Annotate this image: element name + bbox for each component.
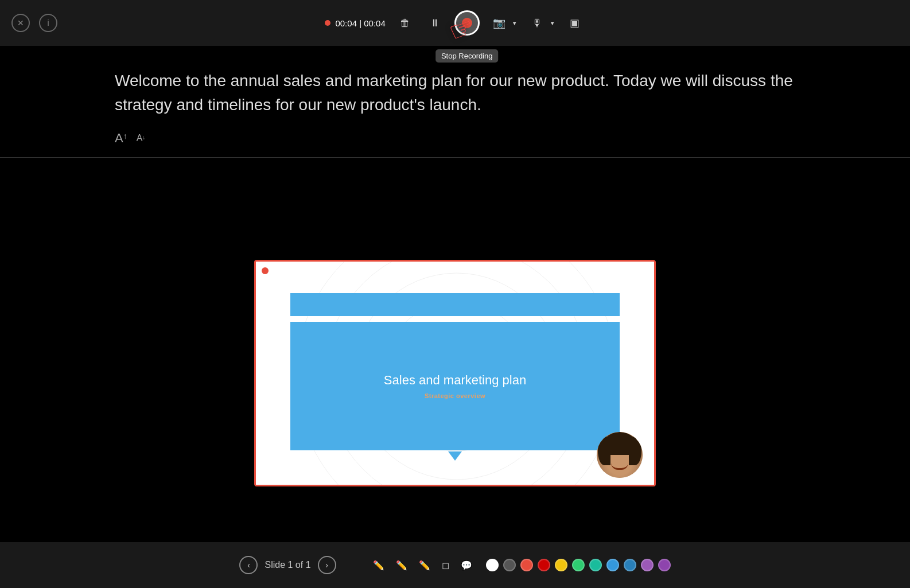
slide-area: Sales and marketing plan Strategic overv… <box>0 158 910 588</box>
slide-avatar <box>597 432 643 478</box>
mic-button[interactable]: 🎙 <box>527 13 547 33</box>
color-purple[interactable] <box>641 559 654 571</box>
mic-chevron: ▼ <box>550 20 555 26</box>
pen2-tool-button[interactable]: ✏️ <box>394 558 410 573</box>
color-white[interactable] <box>486 559 499 571</box>
recording-indicator: 00:04 | 00:04 <box>325 18 385 28</box>
bottom-bar: ‹ Slide 1 of 1 › ✏️ ✏️ ✏️ ◻ 💬 <box>0 542 910 588</box>
pen-tool-button[interactable]: ✏️ <box>371 558 387 573</box>
speech-bubble-icon: 💬 <box>461 560 472 570</box>
camera-group: 📷 ▼ <box>489 13 518 33</box>
toolbar-left: ✕ i <box>11 14 57 32</box>
display-icon: ▣ <box>570 17 580 29</box>
font-increase-icon: A <box>115 131 123 146</box>
info-icon: i <box>47 18 49 28</box>
next-slide-button[interactable]: › <box>318 556 336 574</box>
prev-arrow-icon: ‹ <box>247 560 250 570</box>
slide-subtitle: Strategic overview <box>425 392 485 399</box>
avatar-hair-right <box>629 437 641 465</box>
mic-icon: 🎙 <box>532 17 542 29</box>
rec-dot <box>325 20 330 26</box>
eraser-tool-button[interactable]: ◻ <box>440 558 452 573</box>
record-btn-wrapper: Stop Recording <box>454 10 480 36</box>
timer-display: 00:04 | 00:04 <box>335 18 385 28</box>
slide-main-box: Sales and marketing plan Strategic overv… <box>290 322 620 450</box>
font-controls: A ↑ A ↓ <box>115 131 841 146</box>
camera-button[interactable]: 📷 <box>489 13 510 33</box>
toolbar: ✕ i 00:04 | 00:04 🗑 ⏸ Stop Recording 📷 <box>0 0 910 46</box>
color-dark-gray[interactable] <box>503 559 516 571</box>
avatar-smile <box>611 463 628 470</box>
drawing-tools: ✏️ ✏️ ✏️ ◻ 💬 <box>371 558 671 573</box>
mic-group: 🎙 ▼ <box>527 13 555 33</box>
color-red[interactable] <box>538 559 550 571</box>
record-btn-inner <box>462 18 472 28</box>
color-blue-dark[interactable] <box>624 559 636 571</box>
prev-slide-button[interactable]: ‹ <box>239 556 258 574</box>
slide-background: Sales and marketing plan Strategic overv… <box>256 262 654 485</box>
eraser-icon: ◻ <box>442 560 449 570</box>
tooltip: Stop Recording <box>435 49 499 63</box>
display-button[interactable]: ▣ <box>565 13 585 33</box>
color-blue[interactable] <box>606 559 619 571</box>
pause-button[interactable]: ⏸ <box>425 13 445 33</box>
notes-area: Welcome to the annual sales and marketin… <box>0 46 910 157</box>
font-decrease-button[interactable]: A ↓ <box>137 131 146 146</box>
camera-chevron: ▼ <box>512 20 518 26</box>
next-arrow-icon: › <box>325 560 328 570</box>
slide-recording-dot <box>262 267 269 274</box>
slide-pointer <box>448 451 462 461</box>
notes-text: Welcome to the annual sales and marketin… <box>115 69 841 117</box>
font-increase-button[interactable]: A ↑ <box>115 131 127 146</box>
main-content: Welcome to the annual sales and marketin… <box>0 46 910 588</box>
stop-record-button[interactable] <box>454 10 480 36</box>
delete-icon: 🗑 <box>400 17 410 29</box>
slide-title-bar <box>290 293 620 316</box>
pause-icon: ⏸ <box>430 17 440 29</box>
pen-icon: ✏️ <box>373 560 384 570</box>
color-palette <box>486 559 671 571</box>
highlight-tool-button[interactable]: ✏️ <box>417 558 433 573</box>
close-button[interactable]: ✕ <box>11 14 30 32</box>
highlight-icon: ✏️ <box>419 560 430 570</box>
font-decrease-icon: A <box>137 133 143 143</box>
slide-label: Slide 1 of 1 <box>265 560 310 570</box>
color-red-orange[interactable] <box>520 559 533 571</box>
color-green-light[interactable] <box>572 559 585 571</box>
close-icon: ✕ <box>17 18 24 28</box>
color-teal[interactable] <box>589 559 602 571</box>
slide-nav: ‹ Slide 1 of 1 › <box>239 556 336 574</box>
avatar-hair-left <box>598 437 610 465</box>
avatar-face <box>597 432 643 478</box>
color-yellow[interactable] <box>555 559 567 571</box>
camera-icon: 📷 <box>493 17 505 29</box>
slide-main-title: Sales and marketing plan <box>384 373 526 388</box>
color-dark-purple[interactable] <box>658 559 671 571</box>
delete-button[interactable]: 🗑 <box>395 13 415 33</box>
toolbar-center: 00:04 | 00:04 🗑 ⏸ Stop Recording 📷 ▼ 🎙 ▼ <box>325 10 585 36</box>
speech-bubble-tool-button[interactable]: 💬 <box>458 558 475 573</box>
slide-container: Sales and marketing plan Strategic overv… <box>254 260 656 486</box>
pen2-icon: ✏️ <box>396 560 407 570</box>
info-button[interactable]: i <box>39 14 57 32</box>
